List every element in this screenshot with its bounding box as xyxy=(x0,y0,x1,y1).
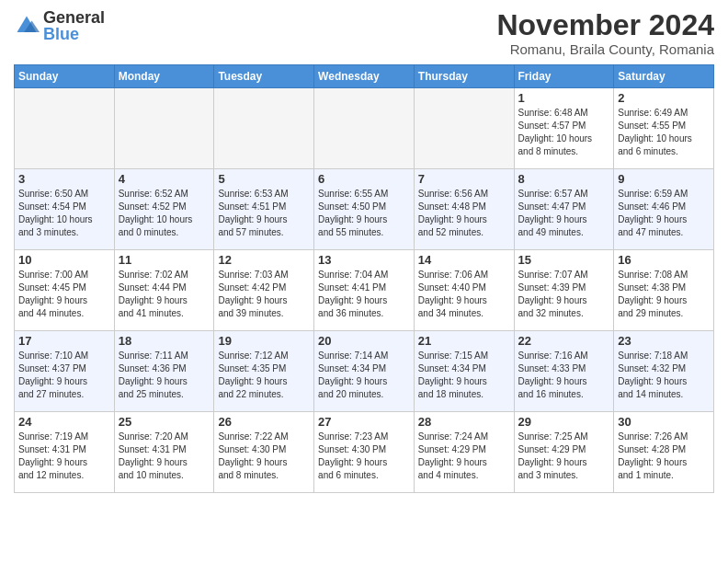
table-row: 26Sunrise: 7:22 AM Sunset: 4:30 PM Dayli… xyxy=(214,412,314,493)
table-row xyxy=(15,88,115,169)
table-row xyxy=(314,88,415,169)
day-info: Sunrise: 7:19 AM Sunset: 4:31 PM Dayligh… xyxy=(18,431,110,482)
day-number: 27 xyxy=(318,415,410,429)
table-row: 22Sunrise: 7:16 AM Sunset: 4:33 PM Dayli… xyxy=(514,331,614,412)
table-row: 6Sunrise: 6:55 AM Sunset: 4:50 PM Daylig… xyxy=(314,169,415,250)
day-number: 18 xyxy=(119,334,210,348)
day-number: 2 xyxy=(618,91,710,105)
table-row: 27Sunrise: 7:23 AM Sunset: 4:30 PM Dayli… xyxy=(314,412,415,493)
day-info: Sunrise: 6:50 AM Sunset: 4:54 PM Dayligh… xyxy=(18,188,110,239)
table-row: 9Sunrise: 6:59 AM Sunset: 4:46 PM Daylig… xyxy=(614,169,714,250)
day-info: Sunrise: 7:04 AM Sunset: 4:41 PM Dayligh… xyxy=(318,269,410,320)
day-info: Sunrise: 6:57 AM Sunset: 4:47 PM Dayligh… xyxy=(518,188,610,239)
day-info: Sunrise: 7:12 AM Sunset: 4:35 PM Dayligh… xyxy=(218,350,310,401)
table-row: 4Sunrise: 6:52 AM Sunset: 4:52 PM Daylig… xyxy=(114,169,214,250)
day-number: 15 xyxy=(518,253,610,267)
day-info: Sunrise: 6:55 AM Sunset: 4:50 PM Dayligh… xyxy=(318,188,410,239)
logo: General Blue xyxy=(14,9,105,42)
table-row: 18Sunrise: 7:11 AM Sunset: 4:36 PM Dayli… xyxy=(114,331,214,412)
calendar-table: Sunday Monday Tuesday Wednesday Thursday… xyxy=(14,64,714,493)
day-info: Sunrise: 7:14 AM Sunset: 4:34 PM Dayligh… xyxy=(318,350,410,401)
table-row: 10Sunrise: 7:00 AM Sunset: 4:45 PM Dayli… xyxy=(15,250,115,331)
title-area: November 2024 Romanu, Braila County, Rom… xyxy=(496,9,714,57)
header-friday: Friday xyxy=(514,65,614,88)
header-saturday: Saturday xyxy=(614,65,714,88)
day-info: Sunrise: 7:07 AM Sunset: 4:39 PM Dayligh… xyxy=(518,269,610,320)
table-row xyxy=(114,88,214,169)
header-sunday: Sunday xyxy=(15,65,115,88)
day-info: Sunrise: 7:16 AM Sunset: 4:33 PM Dayligh… xyxy=(518,350,610,401)
table-row: 8Sunrise: 6:57 AM Sunset: 4:47 PM Daylig… xyxy=(514,169,614,250)
table-row: 23Sunrise: 7:18 AM Sunset: 4:32 PM Dayli… xyxy=(614,331,714,412)
day-info: Sunrise: 7:20 AM Sunset: 4:31 PM Dayligh… xyxy=(119,431,210,482)
day-info: Sunrise: 7:00 AM Sunset: 4:45 PM Dayligh… xyxy=(18,269,110,320)
day-number: 4 xyxy=(119,172,210,186)
table-row: 21Sunrise: 7:15 AM Sunset: 4:34 PM Dayli… xyxy=(414,331,514,412)
logo-blue: Blue xyxy=(43,26,105,42)
calendar-row: 1Sunrise: 6:48 AM Sunset: 4:57 PM Daylig… xyxy=(15,88,714,169)
table-row: 17Sunrise: 7:10 AM Sunset: 4:37 PM Dayli… xyxy=(15,331,115,412)
table-row: 19Sunrise: 7:12 AM Sunset: 4:35 PM Dayli… xyxy=(214,331,314,412)
month-title: November 2024 xyxy=(496,9,714,41)
day-info: Sunrise: 7:10 AM Sunset: 4:37 PM Dayligh… xyxy=(18,350,110,401)
day-info: Sunrise: 7:26 AM Sunset: 4:28 PM Dayligh… xyxy=(618,431,710,482)
subtitle: Romanu, Braila County, Romania xyxy=(496,41,714,57)
day-info: Sunrise: 7:02 AM Sunset: 4:44 PM Dayligh… xyxy=(119,269,210,320)
day-info: Sunrise: 6:53 AM Sunset: 4:51 PM Dayligh… xyxy=(218,188,310,239)
day-info: Sunrise: 7:06 AM Sunset: 4:40 PM Dayligh… xyxy=(418,269,510,320)
table-row xyxy=(414,88,514,169)
day-info: Sunrise: 7:03 AM Sunset: 4:42 PM Dayligh… xyxy=(218,269,310,320)
table-row xyxy=(214,88,314,169)
day-number: 6 xyxy=(318,172,410,186)
header-monday: Monday xyxy=(114,65,214,88)
table-row: 7Sunrise: 6:56 AM Sunset: 4:48 PM Daylig… xyxy=(414,169,514,250)
day-number: 28 xyxy=(418,415,510,429)
table-row: 5Sunrise: 6:53 AM Sunset: 4:51 PM Daylig… xyxy=(214,169,314,250)
table-row: 29Sunrise: 7:25 AM Sunset: 4:29 PM Dayli… xyxy=(514,412,614,493)
table-row: 3Sunrise: 6:50 AM Sunset: 4:54 PM Daylig… xyxy=(15,169,115,250)
header-row: Sunday Monday Tuesday Wednesday Thursday… xyxy=(15,65,714,88)
day-info: Sunrise: 7:24 AM Sunset: 4:29 PM Dayligh… xyxy=(418,431,510,482)
calendar-row: 17Sunrise: 7:10 AM Sunset: 4:37 PM Dayli… xyxy=(15,331,714,412)
day-number: 19 xyxy=(218,334,310,348)
day-number: 26 xyxy=(218,415,310,429)
table-row: 14Sunrise: 7:06 AM Sunset: 4:40 PM Dayli… xyxy=(414,250,514,331)
day-number: 23 xyxy=(618,334,710,348)
day-number: 1 xyxy=(518,91,610,105)
table-row: 13Sunrise: 7:04 AM Sunset: 4:41 PM Dayli… xyxy=(314,250,415,331)
day-number: 12 xyxy=(218,253,310,267)
day-number: 14 xyxy=(418,253,510,267)
table-row: 24Sunrise: 7:19 AM Sunset: 4:31 PM Dayli… xyxy=(15,412,115,493)
table-row: 15Sunrise: 7:07 AM Sunset: 4:39 PM Dayli… xyxy=(514,250,614,331)
day-info: Sunrise: 7:11 AM Sunset: 4:36 PM Dayligh… xyxy=(119,350,210,401)
header-thursday: Thursday xyxy=(414,65,514,88)
logo-general: General xyxy=(43,9,105,26)
day-number: 13 xyxy=(318,253,410,267)
day-number: 20 xyxy=(318,334,410,348)
day-number: 16 xyxy=(618,253,710,267)
table-row: 30Sunrise: 7:26 AM Sunset: 4:28 PM Dayli… xyxy=(614,412,714,493)
table-row: 2Sunrise: 6:49 AM Sunset: 4:55 PM Daylig… xyxy=(614,88,714,169)
page: General Blue November 2024 Romanu, Brail… xyxy=(0,0,728,563)
logo-text: General Blue xyxy=(43,9,105,42)
day-info: Sunrise: 6:56 AM Sunset: 4:48 PM Dayligh… xyxy=(418,188,510,239)
day-number: 8 xyxy=(518,172,610,186)
table-row: 16Sunrise: 7:08 AM Sunset: 4:38 PM Dayli… xyxy=(614,250,714,331)
header: General Blue November 2024 Romanu, Brail… xyxy=(14,9,714,57)
day-number: 25 xyxy=(119,415,210,429)
day-number: 21 xyxy=(418,334,510,348)
table-row: 28Sunrise: 7:24 AM Sunset: 4:29 PM Dayli… xyxy=(414,412,514,493)
calendar-row: 3Sunrise: 6:50 AM Sunset: 4:54 PM Daylig… xyxy=(15,169,714,250)
day-info: Sunrise: 6:52 AM Sunset: 4:52 PM Dayligh… xyxy=(119,188,210,239)
day-info: Sunrise: 7:25 AM Sunset: 4:29 PM Dayligh… xyxy=(518,431,610,482)
table-row: 20Sunrise: 7:14 AM Sunset: 4:34 PM Dayli… xyxy=(314,331,415,412)
table-row: 12Sunrise: 7:03 AM Sunset: 4:42 PM Dayli… xyxy=(214,250,314,331)
table-row: 25Sunrise: 7:20 AM Sunset: 4:31 PM Dayli… xyxy=(114,412,214,493)
header-wednesday: Wednesday xyxy=(314,65,415,88)
day-number: 11 xyxy=(119,253,210,267)
day-info: Sunrise: 7:22 AM Sunset: 4:30 PM Dayligh… xyxy=(218,431,310,482)
logo-icon xyxy=(14,13,40,39)
calendar-row: 10Sunrise: 7:00 AM Sunset: 4:45 PM Dayli… xyxy=(15,250,714,331)
day-number: 3 xyxy=(18,172,110,186)
day-number: 10 xyxy=(18,253,110,267)
